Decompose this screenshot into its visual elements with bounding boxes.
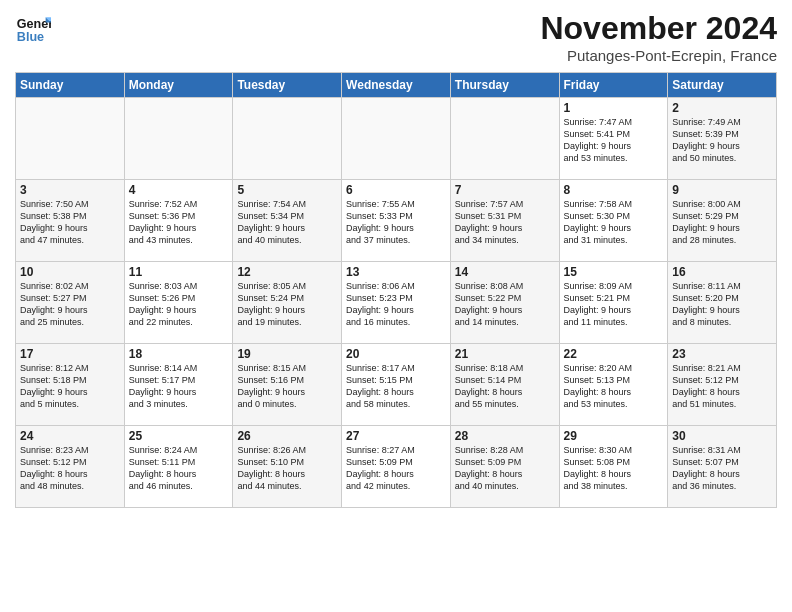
col-friday: Friday (559, 73, 668, 98)
cell-info: Sunrise: 8:28 AM Sunset: 5:09 PM Dayligh… (455, 444, 555, 493)
calendar-cell: 11Sunrise: 8:03 AM Sunset: 5:26 PM Dayli… (124, 262, 233, 344)
day-number: 6 (346, 183, 446, 197)
cell-info: Sunrise: 8:00 AM Sunset: 5:29 PM Dayligh… (672, 198, 772, 247)
cell-info: Sunrise: 8:18 AM Sunset: 5:14 PM Dayligh… (455, 362, 555, 411)
location: Putanges-Pont-Ecrepin, France (540, 47, 777, 64)
col-monday: Monday (124, 73, 233, 98)
week-row-0: 1Sunrise: 7:47 AM Sunset: 5:41 PM Daylig… (16, 98, 777, 180)
calendar-cell: 6Sunrise: 7:55 AM Sunset: 5:33 PM Daylig… (342, 180, 451, 262)
calendar-cell: 8Sunrise: 7:58 AM Sunset: 5:30 PM Daylig… (559, 180, 668, 262)
calendar-cell: 14Sunrise: 8:08 AM Sunset: 5:22 PM Dayli… (450, 262, 559, 344)
day-number: 10 (20, 265, 120, 279)
calendar-cell: 1Sunrise: 7:47 AM Sunset: 5:41 PM Daylig… (559, 98, 668, 180)
week-row-3: 17Sunrise: 8:12 AM Sunset: 5:18 PM Dayli… (16, 344, 777, 426)
cell-info: Sunrise: 8:03 AM Sunset: 5:26 PM Dayligh… (129, 280, 229, 329)
calendar-cell: 13Sunrise: 8:06 AM Sunset: 5:23 PM Dayli… (342, 262, 451, 344)
calendar-cell (450, 98, 559, 180)
cell-info: Sunrise: 8:23 AM Sunset: 5:12 PM Dayligh… (20, 444, 120, 493)
day-number: 22 (564, 347, 664, 361)
day-number: 29 (564, 429, 664, 443)
cell-info: Sunrise: 7:50 AM Sunset: 5:38 PM Dayligh… (20, 198, 120, 247)
day-number: 24 (20, 429, 120, 443)
calendar-cell: 30Sunrise: 8:31 AM Sunset: 5:07 PM Dayli… (668, 426, 777, 508)
day-number: 19 (237, 347, 337, 361)
day-number: 17 (20, 347, 120, 361)
day-number: 21 (455, 347, 555, 361)
calendar-cell: 21Sunrise: 8:18 AM Sunset: 5:14 PM Dayli… (450, 344, 559, 426)
calendar-cell: 23Sunrise: 8:21 AM Sunset: 5:12 PM Dayli… (668, 344, 777, 426)
day-number: 4 (129, 183, 229, 197)
week-row-1: 3Sunrise: 7:50 AM Sunset: 5:38 PM Daylig… (16, 180, 777, 262)
day-number: 7 (455, 183, 555, 197)
day-number: 18 (129, 347, 229, 361)
header-row: Sunday Monday Tuesday Wednesday Thursday… (16, 73, 777, 98)
calendar-cell: 20Sunrise: 8:17 AM Sunset: 5:15 PM Dayli… (342, 344, 451, 426)
cell-info: Sunrise: 8:09 AM Sunset: 5:21 PM Dayligh… (564, 280, 664, 329)
cell-info: Sunrise: 8:08 AM Sunset: 5:22 PM Dayligh… (455, 280, 555, 329)
cell-info: Sunrise: 8:30 AM Sunset: 5:08 PM Dayligh… (564, 444, 664, 493)
calendar-cell: 17Sunrise: 8:12 AM Sunset: 5:18 PM Dayli… (16, 344, 125, 426)
cell-info: Sunrise: 8:05 AM Sunset: 5:24 PM Dayligh… (237, 280, 337, 329)
day-number: 1 (564, 101, 664, 115)
cell-info: Sunrise: 8:12 AM Sunset: 5:18 PM Dayligh… (20, 362, 120, 411)
calendar-cell: 12Sunrise: 8:05 AM Sunset: 5:24 PM Dayli… (233, 262, 342, 344)
cell-info: Sunrise: 8:21 AM Sunset: 5:12 PM Dayligh… (672, 362, 772, 411)
calendar-cell: 25Sunrise: 8:24 AM Sunset: 5:11 PM Dayli… (124, 426, 233, 508)
calendar: Sunday Monday Tuesday Wednesday Thursday… (15, 72, 777, 508)
cell-info: Sunrise: 8:26 AM Sunset: 5:10 PM Dayligh… (237, 444, 337, 493)
calendar-cell: 10Sunrise: 8:02 AM Sunset: 5:27 PM Dayli… (16, 262, 125, 344)
day-number: 25 (129, 429, 229, 443)
day-number: 15 (564, 265, 664, 279)
calendar-cell: 29Sunrise: 8:30 AM Sunset: 5:08 PM Dayli… (559, 426, 668, 508)
cell-info: Sunrise: 8:11 AM Sunset: 5:20 PM Dayligh… (672, 280, 772, 329)
calendar-cell: 22Sunrise: 8:20 AM Sunset: 5:13 PM Dayli… (559, 344, 668, 426)
header: General Blue November 2024 Putanges-Pont… (15, 10, 777, 64)
logo-icon: General Blue (15, 10, 51, 46)
day-number: 3 (20, 183, 120, 197)
week-row-4: 24Sunrise: 8:23 AM Sunset: 5:12 PM Dayli… (16, 426, 777, 508)
cell-info: Sunrise: 7:54 AM Sunset: 5:34 PM Dayligh… (237, 198, 337, 247)
day-number: 20 (346, 347, 446, 361)
calendar-cell: 3Sunrise: 7:50 AM Sunset: 5:38 PM Daylig… (16, 180, 125, 262)
week-row-2: 10Sunrise: 8:02 AM Sunset: 5:27 PM Dayli… (16, 262, 777, 344)
calendar-cell: 26Sunrise: 8:26 AM Sunset: 5:10 PM Dayli… (233, 426, 342, 508)
calendar-cell: 16Sunrise: 8:11 AM Sunset: 5:20 PM Dayli… (668, 262, 777, 344)
cell-info: Sunrise: 8:15 AM Sunset: 5:16 PM Dayligh… (237, 362, 337, 411)
cell-info: Sunrise: 8:31 AM Sunset: 5:07 PM Dayligh… (672, 444, 772, 493)
cell-info: Sunrise: 8:06 AM Sunset: 5:23 PM Dayligh… (346, 280, 446, 329)
day-number: 8 (564, 183, 664, 197)
cell-info: Sunrise: 8:14 AM Sunset: 5:17 PM Dayligh… (129, 362, 229, 411)
cell-info: Sunrise: 8:27 AM Sunset: 5:09 PM Dayligh… (346, 444, 446, 493)
cell-info: Sunrise: 7:49 AM Sunset: 5:39 PM Dayligh… (672, 116, 772, 165)
month-title: November 2024 (540, 10, 777, 47)
cell-info: Sunrise: 8:17 AM Sunset: 5:15 PM Dayligh… (346, 362, 446, 411)
calendar-cell: 27Sunrise: 8:27 AM Sunset: 5:09 PM Dayli… (342, 426, 451, 508)
logo: General Blue (15, 10, 51, 46)
calendar-cell: 9Sunrise: 8:00 AM Sunset: 5:29 PM Daylig… (668, 180, 777, 262)
calendar-cell: 24Sunrise: 8:23 AM Sunset: 5:12 PM Dayli… (16, 426, 125, 508)
calendar-cell: 2Sunrise: 7:49 AM Sunset: 5:39 PM Daylig… (668, 98, 777, 180)
page: General Blue November 2024 Putanges-Pont… (0, 0, 792, 612)
calendar-cell: 15Sunrise: 8:09 AM Sunset: 5:21 PM Dayli… (559, 262, 668, 344)
cell-info: Sunrise: 7:55 AM Sunset: 5:33 PM Dayligh… (346, 198, 446, 247)
calendar-cell: 5Sunrise: 7:54 AM Sunset: 5:34 PM Daylig… (233, 180, 342, 262)
col-saturday: Saturday (668, 73, 777, 98)
calendar-cell: 4Sunrise: 7:52 AM Sunset: 5:36 PM Daylig… (124, 180, 233, 262)
day-number: 5 (237, 183, 337, 197)
calendar-cell: 28Sunrise: 8:28 AM Sunset: 5:09 PM Dayli… (450, 426, 559, 508)
day-number: 12 (237, 265, 337, 279)
col-wednesday: Wednesday (342, 73, 451, 98)
cell-info: Sunrise: 7:58 AM Sunset: 5:30 PM Dayligh… (564, 198, 664, 247)
day-number: 27 (346, 429, 446, 443)
day-number: 14 (455, 265, 555, 279)
day-number: 11 (129, 265, 229, 279)
cell-info: Sunrise: 7:57 AM Sunset: 5:31 PM Dayligh… (455, 198, 555, 247)
day-number: 9 (672, 183, 772, 197)
day-number: 23 (672, 347, 772, 361)
day-number: 26 (237, 429, 337, 443)
day-number: 28 (455, 429, 555, 443)
svg-text:Blue: Blue (17, 30, 44, 44)
cell-info: Sunrise: 8:24 AM Sunset: 5:11 PM Dayligh… (129, 444, 229, 493)
col-thursday: Thursday (450, 73, 559, 98)
col-tuesday: Tuesday (233, 73, 342, 98)
